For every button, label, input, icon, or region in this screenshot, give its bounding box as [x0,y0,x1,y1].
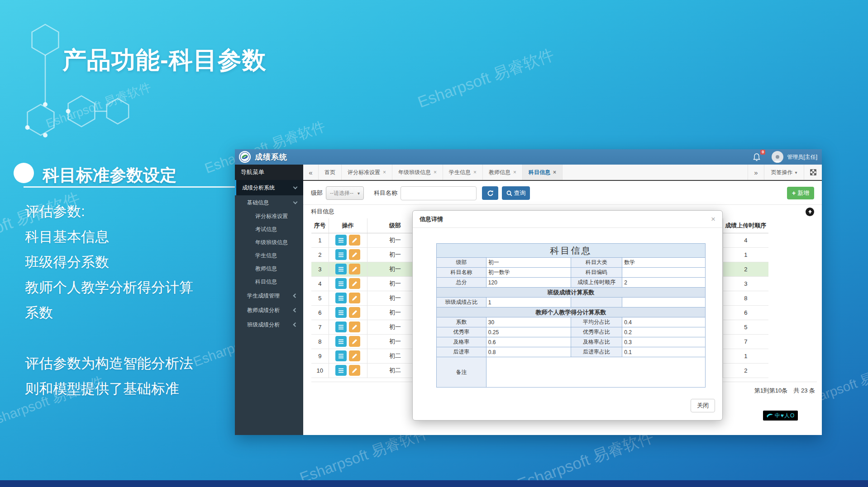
detail-icon[interactable] [335,365,347,376]
sidebar-item-teacher-info[interactable]: 教师信息 [235,262,303,275]
sidebar-item-student-info[interactable]: 学生信息 [235,249,303,262]
tabs-scroll-left-icon[interactable]: « [303,165,319,180]
modal-close-button[interactable]: 关闭 [691,399,715,412]
sidebar-item-score-analysis-system[interactable]: 成绩分析系统 [235,180,303,195]
collapse-panel-icon[interactable] [806,208,814,216]
grade-select[interactable]: --请选择-- ▾ [326,186,364,200]
edit-icon[interactable] [349,322,360,332]
sidebar-item-basic-info[interactable]: 基础信息 [235,195,303,210]
chevron-down-icon [293,185,298,189]
tab-subject-info[interactable]: 科目信息 × [523,165,563,180]
user-name[interactable]: 管理员[主任] [787,153,817,161]
remark-label: 备注 [437,357,486,388]
detail-icon[interactable] [335,350,347,361]
field-value: 30 [486,317,571,327]
cell-op [329,276,367,291]
detail-icon[interactable] [335,264,347,274]
close-icon[interactable]: × [473,169,477,175]
close-icon[interactable]: × [553,169,556,175]
tab-label: 年级班级信息 [398,169,431,176]
cell-seq: 1 [311,233,329,247]
sidebar-item-exam-info[interactable]: 考试信息 [235,223,303,236]
field-label: 系数 [437,317,486,327]
tab-label: 首页 [324,169,335,176]
add-button[interactable]: + 新增 [787,187,814,199]
tab-grade-class-info[interactable]: 年级班级信息 × [392,165,443,180]
feature-line: 教师个人教学分析得分计算 [25,275,193,300]
edit-icon[interactable] [349,235,360,246]
reset-button[interactable] [482,186,498,200]
section-header: 教师个人教学得分计算系数 [437,307,706,317]
edit-icon[interactable] [349,264,360,274]
close-icon[interactable]: × [383,169,386,175]
detail-icon[interactable] [335,293,347,303]
app-window: 成绩系统 0 管理员[主任] [235,149,822,435]
tab-teacher-info[interactable]: 教师信息 × [483,165,523,180]
cell-op [329,305,367,320]
edit-icon[interactable] [349,249,360,260]
sidebar-item-student-score-mgmt[interactable]: 学生成绩管理 [235,288,303,303]
sidebar-item-teacher-score-analysis[interactable]: 教师成绩分析 [235,303,303,317]
cell-op [329,363,367,378]
fullscreen-icon[interactable] [804,165,822,180]
tab-home[interactable]: 首页 [319,165,342,180]
edit-icon[interactable] [349,336,360,347]
cell-seq: 5 [311,291,329,305]
detail-icon[interactable] [335,278,347,289]
detail-icon[interactable] [335,307,347,318]
tab-student-info[interactable]: 学生信息 × [443,165,483,180]
query-label: 查询 [514,189,526,197]
close-icon[interactable]: × [434,169,437,175]
detail-icon[interactable] [335,249,347,260]
cell-order: 3 [723,276,768,291]
edit-icon[interactable] [349,293,360,303]
plus-icon: + [792,189,796,197]
field-value: 120 [486,278,571,288]
sidebar-item-class-score-analysis[interactable]: 班级成绩分析 [235,317,303,332]
feature-text: 评估参数: 科目基本信息 班级得分系数 教师个人教学分析得分计算 系数 评估参数… [25,199,193,402]
tab-operations-dropdown[interactable]: 页签操作 ▾ [764,165,804,180]
refresh-icon [487,190,494,197]
close-icon[interactable]: × [711,215,715,223]
footer-brand-badge: 中♥人O [763,411,798,421]
field-label: 科目编码 [571,268,622,278]
heading-rule [24,186,236,188]
bottom-bar [0,480,868,487]
tab-label: 教师信息 [489,169,510,176]
tab-scoring-standard[interactable]: 评分标准设置 × [342,165,392,180]
sidebar-item-grade-class-info[interactable]: 年级班级信息 [235,236,303,249]
add-label: 新增 [797,189,809,197]
cell-seq: 10 [311,363,329,378]
cell-order: 7 [723,334,768,349]
edit-icon[interactable] [349,278,360,289]
edit-icon[interactable] [349,307,360,318]
sidebar: 导航菜单 成绩分析系统 基础信息 评分标准设置 考试信息 年级班级信息 学生信息… [235,165,303,435]
feature-line: 评估参数为构造智能分析法 [25,351,193,376]
panel-title: 科目信息 [311,208,334,216]
subject-name-input[interactable] [401,186,477,200]
detail-icon[interactable] [335,336,347,347]
edit-icon[interactable] [349,365,360,376]
cell-seq: 6 [311,305,329,320]
subject-name-label: 科目名称 [374,189,397,197]
tab-label: 科目信息 [529,169,550,176]
notifications-button[interactable]: 0 [753,151,764,162]
slide: Esharpsoft 易睿软件 Esharpsoft 易睿软件 Esharpso… [0,0,868,487]
tab-label: 评分标准设置 [348,169,380,176]
sidebar-item-scoring-standard[interactable]: 评分标准设置 [235,210,303,223]
detail-icon[interactable] [335,322,347,332]
tabs-scroll-right-icon[interactable]: » [748,165,764,180]
caret-down-icon: ▾ [358,191,360,196]
sidebar-item-label: 学生成绩管理 [247,293,280,299]
sidebar-item-label: 成绩分析系统 [242,184,275,191]
field-label: 班级成绩占比 [437,298,486,307]
detail-icon[interactable] [335,235,347,246]
field-value: 0.2 [622,327,706,337]
edit-icon[interactable] [349,350,360,361]
sidebar-item-subject-info[interactable]: 科目信息 [235,275,303,288]
avatar[interactable] [772,151,783,163]
cell-seq: 8 [311,334,329,349]
close-icon[interactable]: × [513,169,516,175]
sidebar-item-label: 班级成绩分析 [247,322,280,328]
query-button[interactable]: 查询 [502,186,530,200]
